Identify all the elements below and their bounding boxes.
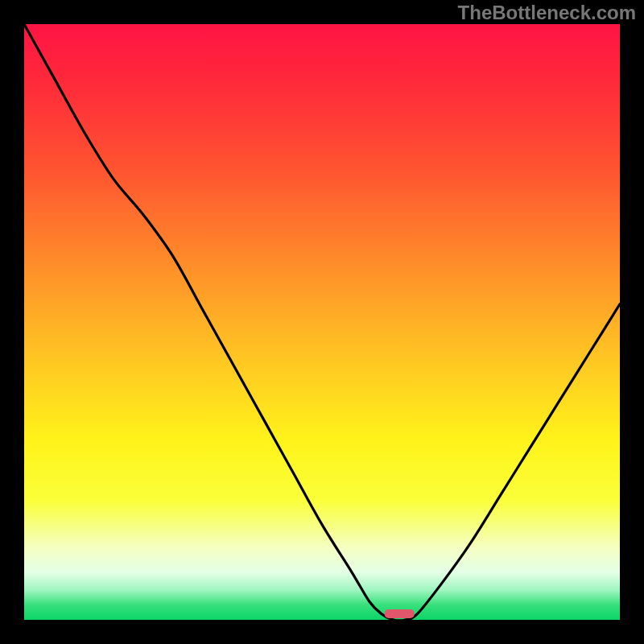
bottleneck-curve [24,24,620,620]
watermark-text: TheBottleneck.com [458,2,636,24]
chart-svg [24,24,620,620]
chart-frame: TheBottleneck.com [0,0,644,644]
plot-area [24,24,620,620]
optimal-marker [385,609,415,618]
